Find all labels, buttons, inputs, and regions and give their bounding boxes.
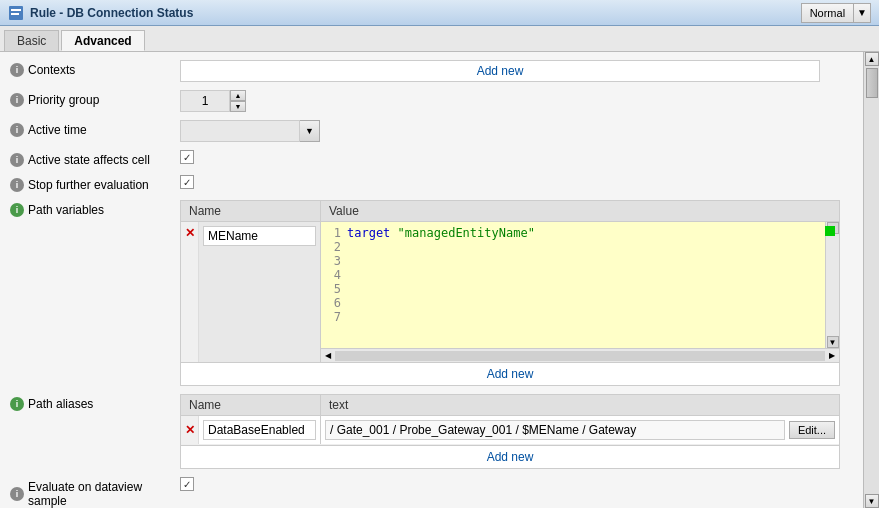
path-vars-info-icon: i <box>10 203 24 217</box>
value-scrollbar-v: ▲ ▼ <box>825 222 839 348</box>
title-bar: Rule - DB Connection Status Normal ▼ <box>0 0 879 26</box>
contexts-add-new-button[interactable]: Add new <box>180 60 820 82</box>
h-scroll-right-icon[interactable]: ▶ <box>825 349 839 363</box>
priority-group-row: i Priority group 1 ▲ ▼ <box>0 90 853 112</box>
value-scrollbar-h: ◀ ▶ <box>321 348 839 362</box>
evaluate-dataview-label-col: i Evaluate on dataview sample <box>10 477 180 508</box>
content-area: i Contexts Add new i Priority group 1 ▲ … <box>0 52 863 508</box>
active-time-label-col: i Active time <box>10 120 180 137</box>
alias-value-input[interactable] <box>325 420 785 440</box>
contexts-label: Contexts <box>28 63 75 77</box>
scroll-down-button[interactable]: ▼ <box>865 494 879 508</box>
normal-button[interactable]: Normal <box>801 3 853 23</box>
rule-icon <box>8 5 24 21</box>
evaluate-dataview-check-icon: ✓ <box>183 479 191 490</box>
active-time-select: ▼ <box>180 120 853 142</box>
svg-rect-1 <box>11 9 21 11</box>
alias-text-header: text <box>321 395 839 415</box>
main-scrollbar: ▲ ▼ <box>863 52 879 508</box>
title-bar-left: Rule - DB Connection Status <box>8 5 193 21</box>
v-scroll-down-icon[interactable]: ▼ <box>827 336 839 348</box>
h-scroll-left-icon[interactable]: ◀ <box>321 349 335 363</box>
path-variables-label: Path variables <box>28 203 104 217</box>
path-table-header: Name Value <box>181 201 839 222</box>
path-name-input[interactable] <box>203 226 316 246</box>
alias-name-input[interactable] <box>203 420 316 440</box>
line-content-1: target "managedEntityName" <box>347 226 535 240</box>
evaluate-dataview-label: Evaluate on dataview sample <box>28 480 180 508</box>
code-line-2: 2 <box>325 240 821 254</box>
path-vars-add-new-button[interactable]: Add new <box>487 367 534 381</box>
code-line-6: 6 <box>325 296 821 310</box>
path-name-cell <box>199 222 321 362</box>
stop-evaluation-label-col: i Stop further evaluation <box>10 175 180 192</box>
active-state-label-col: i Active state affects cell <box>10 150 180 167</box>
alias-value-cell: Edit... <box>321 416 839 444</box>
active-time-label: Active time <box>28 123 87 137</box>
priority-info-icon: i <box>10 93 24 107</box>
priority-group-field: 1 ▲ ▼ <box>180 90 853 112</box>
path-aliases-add-new-button[interactable]: Add new <box>487 450 534 464</box>
path-aliases-add-new-row: Add new <box>181 445 839 468</box>
alias-table-header: Name text <box>181 395 839 416</box>
alias-name-cell <box>199 416 321 444</box>
line-num-5: 5 <box>325 282 341 296</box>
h-scroll-track[interactable] <box>335 351 825 361</box>
active-state-check-icon: ✓ <box>183 152 191 163</box>
scroll-thumb[interactable] <box>866 68 878 98</box>
spinner-down-button[interactable]: ▼ <box>230 101 246 112</box>
path-aliases-label-col: i Path aliases <box>10 394 180 411</box>
evaluate-dataview-field: ✓ <box>180 477 853 491</box>
code-line-4: 4 <box>325 268 821 282</box>
stop-evaluation-checkbox[interactable]: ✓ <box>180 175 194 189</box>
active-time-input[interactable] <box>180 120 300 142</box>
active-state-label: Active state affects cell <box>28 153 150 167</box>
path-row-delete-button[interactable]: ✕ <box>181 222 199 362</box>
path-variables-field: Name Value ✕ 1 <box>180 200 853 386</box>
alias-edit-button[interactable]: Edit... <box>789 421 835 439</box>
tabs-bar: Basic Advanced <box>0 26 879 52</box>
contexts-row: i Contexts Add new <box>0 60 853 82</box>
code-line-7: 7 <box>325 310 821 324</box>
active-state-row: i Active state affects cell ✓ <box>0 150 853 167</box>
contexts-label-col: i Contexts <box>10 60 180 77</box>
stop-eval-check-icon: ✓ <box>183 177 191 188</box>
line-num-2: 2 <box>325 240 341 254</box>
line-num-1: 1 <box>325 226 341 240</box>
tab-basic[interactable]: Basic <box>4 30 59 51</box>
active-time-field: ▼ <box>180 120 853 142</box>
stop-eval-info-icon: i <box>10 178 24 192</box>
path-aliases-row: i Path aliases Name text ✕ <box>0 394 853 469</box>
stop-evaluation-row: i Stop further evaluation ✓ <box>0 175 853 192</box>
path-value-header: Value <box>321 201 839 221</box>
scroll-up-button[interactable]: ▲ <box>865 52 879 66</box>
active-state-info-icon: i <box>10 153 24 167</box>
normal-dropdown[interactable]: Normal ▼ <box>801 3 871 23</box>
active-time-dropdown-arrow-icon[interactable]: ▼ <box>300 120 320 142</box>
spinner-up-button[interactable]: ▲ <box>230 90 246 101</box>
evaluate-dataview-checkbox[interactable]: ✓ <box>180 477 194 491</box>
path-aliases-label: Path aliases <box>28 397 93 411</box>
line-num-6: 6 <box>325 296 341 310</box>
priority-group-label: Priority group <box>28 93 99 107</box>
priority-input[interactable]: 1 <box>180 90 230 112</box>
alias-name-header: Name <box>181 395 321 415</box>
tab-advanced[interactable]: Advanced <box>61 30 144 51</box>
evaluate-dataview-row: i Evaluate on dataview sample ✓ <box>0 477 853 508</box>
path-value-cell: 1 target "managedEntityName" 2 3 4 5 6 7 <box>321 222 839 362</box>
alias-delete-button[interactable]: ✕ <box>181 416 199 444</box>
spinner-buttons: ▲ ▼ <box>230 90 246 112</box>
path-aliases-table: Name text ✕ Edit... Add <box>180 394 840 469</box>
path-variables-table: Name Value ✕ 1 <box>180 200 840 386</box>
main-area: i Contexts Add new i Priority group 1 ▲ … <box>0 52 879 508</box>
active-state-checkbox[interactable]: ✓ <box>180 150 194 164</box>
contexts-info-icon: i <box>10 63 24 77</box>
active-time-info-icon: i <box>10 123 24 137</box>
dropdown-arrow-icon[interactable]: ▼ <box>853 3 871 23</box>
path-aliases-info-icon: i <box>10 397 24 411</box>
priority-spinner: 1 ▲ ▼ <box>180 90 853 112</box>
value-row-container: 1 target "managedEntityName" 2 3 4 5 6 7 <box>321 222 839 348</box>
code-editor[interactable]: 1 target "managedEntityName" 2 3 4 5 6 7 <box>321 222 825 348</box>
code-line-3: 3 <box>325 254 821 268</box>
path-name-header: Name <box>181 201 321 221</box>
